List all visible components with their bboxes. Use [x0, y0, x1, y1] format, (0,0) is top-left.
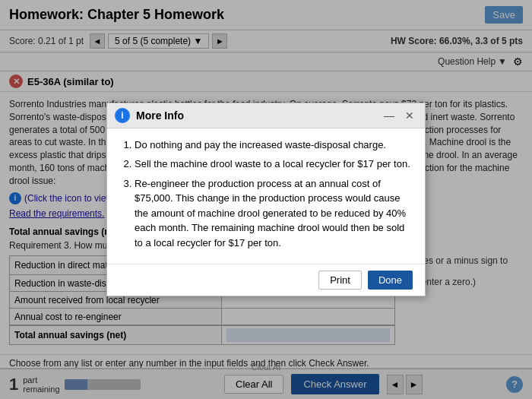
modal-footer: Print Done [107, 264, 425, 296]
modal-close-button[interactable]: ✕ [402, 109, 417, 122]
modal-info-icon: i [115, 108, 130, 123]
modal-header: i More Info — ✕ [107, 103, 425, 128]
modal-list-item: Sell the machine drool waste to a local … [135, 157, 413, 172]
modal-dialog: i More Info — ✕ Do nothing and pay the i… [106, 103, 426, 297]
modal-items-list: Do nothing and pay the increased waste-d… [119, 138, 413, 251]
modal-list-item: Do nothing and pay the increased waste-d… [135, 138, 413, 153]
modal-overlay: i More Info — ✕ Do nothing and pay the i… [0, 0, 532, 399]
modal-title: More Info [136, 109, 375, 122]
print-button[interactable]: Print [318, 271, 362, 290]
modal-minimize-button[interactable]: — [381, 109, 397, 122]
modal-body: Do nothing and pay the increased waste-d… [107, 128, 425, 264]
done-button[interactable]: Done [368, 271, 413, 290]
modal-list-item: Re-engineer the production process at an… [135, 176, 413, 251]
modal-controls: — ✕ [381, 109, 417, 122]
